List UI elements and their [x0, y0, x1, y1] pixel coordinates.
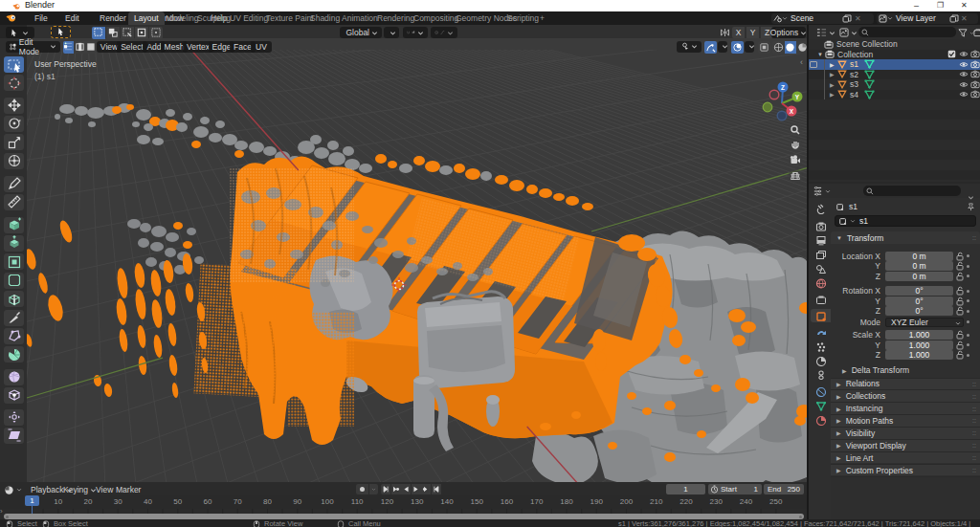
svg-text:Y: Y	[795, 94, 800, 100]
svg-text:Z: Z	[781, 84, 785, 91]
svg-text:X: X	[790, 108, 794, 115]
